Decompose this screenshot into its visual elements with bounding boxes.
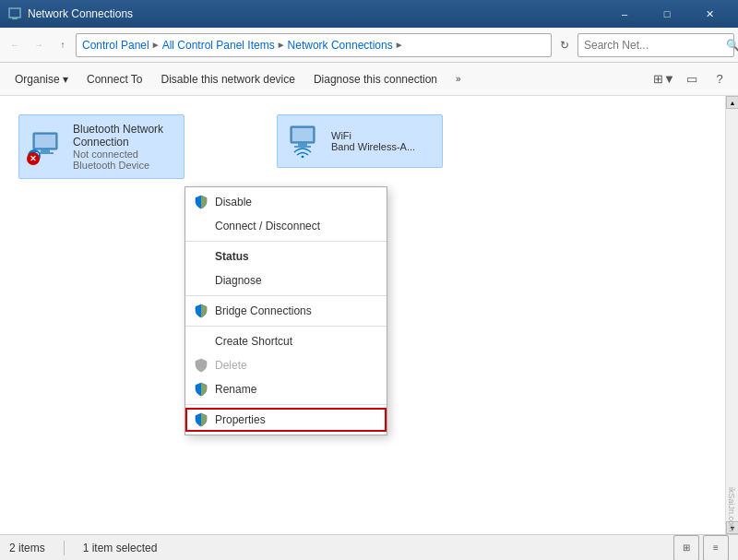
svg-rect-11: [294, 146, 311, 148]
scroll-track: [726, 109, 738, 521]
wifi-connection-info: WiFi Band Wireless-A...: [331, 130, 415, 152]
ctx-create-shortcut[interactable]: Create Shortcut: [185, 329, 387, 353]
up-button[interactable]: ↑: [52, 34, 74, 56]
diagnose-button[interactable]: Diagnose this connection: [304, 66, 446, 93]
connection-name: Bluetooth Network Connection: [73, 123, 176, 149]
view-list-button[interactable]: ≡: [703, 535, 729, 561]
ctx-status[interactable]: Status: [185, 244, 387, 268]
more-button[interactable]: »: [446, 66, 470, 93]
ctx-rename[interactable]: Rename: [185, 377, 387, 401]
wifi-name: WiFi: [331, 130, 415, 141]
disconnected-badge: ✕: [27, 152, 40, 165]
ctx-sep-1: [185, 241, 387, 242]
connection-status: Not connected: [73, 149, 176, 160]
ctx-bridge-connections[interactable]: Bridge Connections: [185, 299, 387, 323]
connections-area: ☍ ✕ Bluetooth Network Connection Not con…: [0, 96, 725, 534]
preview-icon: ▭: [686, 72, 697, 86]
search-box: 🔍: [577, 33, 734, 57]
ctx-diagnose-label: Diagnose: [215, 274, 262, 287]
shield-rename-icon: [193, 381, 209, 398]
item-count: 2 items: [9, 542, 45, 554]
window-controls: – □ ✕: [603, 0, 731, 28]
ctx-connect-label: Connect / Disconnect: [215, 220, 320, 232]
view-button[interactable]: ⊞▼: [651, 66, 677, 92]
svg-rect-4: [41, 149, 50, 152]
breadcrumb-network-connections[interactable]: Network Connections: [288, 39, 393, 52]
app-icon: [7, 6, 22, 21]
wifi-status: Band Wireless-A...: [331, 141, 415, 152]
context-menu: Disable Connect / Disconnect Status Diag…: [184, 186, 387, 435]
wifi-connection-item[interactable]: WiFi Band Wireless-A...: [277, 114, 443, 168]
search-icon: 🔍: [726, 39, 738, 52]
bluetooth-connection-item[interactable]: ☍ ✕ Bluetooth Network Connection Not con…: [18, 114, 184, 179]
bluetooth-icon-container: ☍ ✕: [27, 128, 64, 165]
ctx-disable[interactable]: Disable: [185, 190, 387, 214]
view-large-button[interactable]: ⊞: [673, 535, 699, 561]
ctx-properties[interactable]: Properties: [185, 408, 387, 432]
ctx-sep-3: [185, 326, 387, 327]
scrollbar[interactable]: ▲ ▼: [725, 96, 738, 534]
svg-rect-0: [9, 8, 20, 18]
scroll-up-button[interactable]: ▲: [726, 96, 738, 109]
svg-point-12: [302, 156, 304, 159]
connection-type: Bluetooth Device: [73, 160, 176, 171]
shield-delete-icon: [193, 357, 209, 374]
wifi-icon-container: [285, 123, 322, 160]
forward-button[interactable]: →: [28, 34, 50, 56]
shield-properties-icon: [193, 411, 209, 428]
ctx-shortcut-label: Create Shortcut: [215, 335, 292, 348]
minimize-button[interactable]: –: [603, 0, 646, 28]
refresh-button[interactable]: ↻: [554, 34, 576, 56]
selected-count: 1 item selected: [83, 542, 158, 554]
organise-button[interactable]: Organise ▾: [6, 66, 77, 93]
ctx-bridge-label: Bridge Connections: [215, 304, 312, 317]
help-button[interactable]: ?: [707, 66, 732, 92]
connection-info: Bluetooth Network Connection Not connect…: [73, 123, 176, 171]
help-icon: ?: [716, 72, 722, 86]
ctx-rename-label: Rename: [215, 383, 256, 396]
ctx-disable-label: Disable: [215, 196, 252, 209]
close-button[interactable]: ✕: [688, 0, 731, 28]
ctx-diagnose[interactable]: Diagnose: [185, 268, 387, 292]
address-bar: ← → ↑ Control Panel ► All Control Panel …: [0, 28, 738, 63]
window-title: Network Connections: [28, 7, 603, 20]
disable-button[interactable]: Disable this network device: [152, 66, 304, 93]
ctx-sep-2: [185, 295, 387, 296]
ctx-delete-label: Delete: [215, 359, 247, 372]
title-bar: Network Connections – □ ✕: [0, 0, 738, 28]
breadcrumb-all-items[interactable]: All Control Panel Items: [162, 39, 275, 52]
connect-to-button[interactable]: Connect To: [77, 66, 152, 93]
shield-disable-icon: [193, 194, 209, 210]
view-icon: ⊞: [653, 72, 663, 86]
back-button[interactable]: ←: [4, 34, 26, 56]
ctx-delete[interactable]: Delete: [185, 353, 387, 377]
watermark: ikSaiJn.com: [727, 487, 736, 532]
ctx-sep-4: [185, 404, 387, 405]
ctx-properties-label: Properties: [215, 413, 266, 426]
svg-rect-9: [292, 128, 313, 141]
svg-rect-3: [35, 135, 55, 148]
breadcrumb: Control Panel ► All Control Panel Items …: [76, 33, 552, 57]
toolbar-right: ⊞▼ ▭ ?: [651, 66, 732, 92]
toolbar: Organise ▾ Connect To Disable this netwo…: [0, 63, 738, 96]
status-bar: 2 items 1 item selected ⊞ ≡: [0, 534, 738, 560]
maximize-button[interactable]: □: [646, 0, 688, 28]
preview-pane-button[interactable]: ▭: [679, 66, 705, 92]
svg-rect-1: [12, 18, 18, 19]
svg-rect-10: [298, 143, 307, 146]
ctx-connect-disconnect[interactable]: Connect / Disconnect: [185, 214, 387, 238]
ctx-status-label: Status: [215, 250, 249, 263]
shield-bridge-icon: [193, 303, 209, 319]
main-content: ☍ ✕ Bluetooth Network Connection Not con…: [0, 96, 738, 534]
breadcrumb-control-panel[interactable]: Control Panel: [82, 39, 149, 52]
search-input[interactable]: [584, 39, 722, 52]
